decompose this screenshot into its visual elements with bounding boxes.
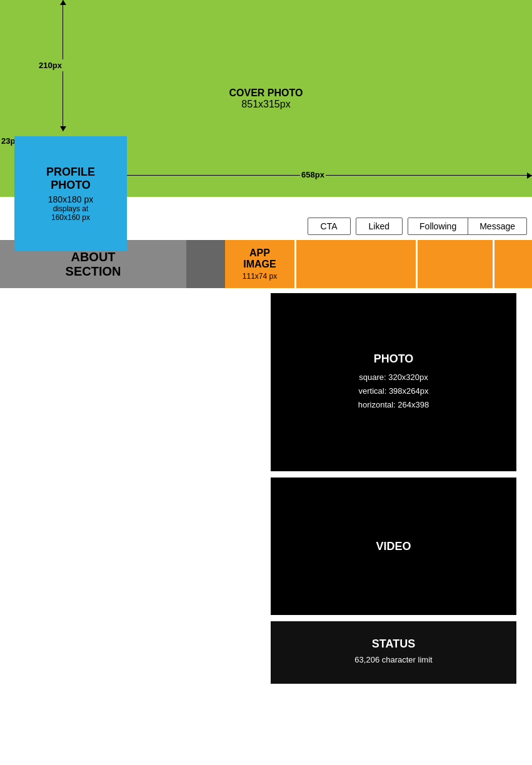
status-box: STATUS 63,206 character limit	[271, 621, 516, 684]
app-image-size: 111x74 px	[243, 272, 277, 281]
liked-button[interactable]: Liked	[356, 218, 403, 235]
photo-box: PHOTO square: 320x320px vertical: 398x26…	[271, 293, 516, 471]
app-image-title: APP IMAGE	[243, 248, 276, 269]
photo-box-title: PHOTO	[374, 352, 414, 366]
following-button-part[interactable]: Following	[408, 218, 468, 234]
cover-photo-title: COVER PHOTO	[229, 88, 303, 99]
width-arrow-right	[527, 172, 532, 179]
orange-box-2	[418, 240, 493, 288]
profile-photo-title-line2: PHOTO	[51, 179, 91, 192]
width-arrow-line	[121, 175, 532, 176]
nav-spacer-cell	[186, 240, 225, 288]
message-button-part[interactable]: Message	[468, 218, 526, 234]
profile-photo-display-size: 160x160 px	[51, 213, 90, 222]
about-label-line2: SECTION	[66, 264, 121, 278]
cover-section: COVER PHOTO 851x315px 210px 658px 23px P…	[0, 0, 532, 212]
page-wrapper: COVER PHOTO 851x315px 210px 658px 23px P…	[0, 0, 532, 694]
height-label: 210px	[38, 59, 63, 71]
app-image-title-line1: APP	[249, 248, 270, 258]
main-right-panel: PHOTO square: 320x320px vertical: 398x26…	[266, 288, 532, 694]
about-label-line1: ABOUT	[71, 250, 115, 264]
cta-button[interactable]: CTA	[308, 218, 351, 235]
following-message-button[interactable]: Following Message	[408, 218, 527, 235]
orange-box-1	[296, 240, 416, 288]
video-box: VIDEO	[271, 478, 516, 615]
photo-box-vertical: vertical: 398x264px	[358, 384, 428, 398]
about-section-label: ABOUT SECTION	[66, 250, 121, 279]
main-content-area: PHOTO square: 320x320px vertical: 398x26…	[0, 288, 532, 694]
cover-photo-dimensions: 851x315px	[229, 99, 303, 110]
width-label: 658px	[300, 169, 326, 181]
status-box-desc: 63,206 character limit	[354, 653, 432, 667]
photo-box-horizontal: horizontal: 264x398	[358, 398, 429, 412]
app-image-title-line2: IMAGE	[243, 259, 276, 269]
profile-photo-display-label: displays at	[53, 204, 89, 213]
height-arrow-top	[60, 0, 66, 5]
main-left-panel	[0, 288, 266, 694]
status-box-title: STATUS	[372, 638, 415, 651]
orange-box-3	[494, 240, 532, 288]
height-arrow-bottom	[60, 126, 66, 131]
profile-photo-size: 180x180 px	[48, 194, 93, 204]
profile-photo-title-line1: PROFILE	[46, 166, 95, 179]
video-box-title: VIDEO	[376, 540, 411, 553]
below-cover: CTA Liked Following Message ABOUT SECTIO…	[0, 212, 532, 694]
cover-photo-label: COVER PHOTO 851x315px	[229, 88, 303, 110]
profile-photo-block: PROFILE PHOTO 180x180 px displays at 160…	[14, 136, 127, 251]
app-image-cell: APP IMAGE 111x74 px	[225, 240, 294, 288]
photo-box-square: square: 320x320px	[359, 371, 428, 384]
